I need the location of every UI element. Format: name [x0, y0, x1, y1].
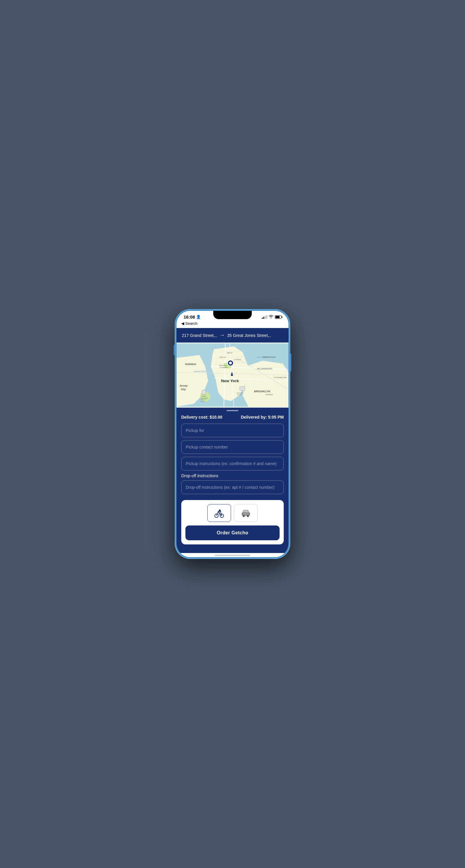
svg-text:Liberty: Liberty	[202, 396, 206, 397]
svg-point-46	[219, 509, 221, 511]
svg-text:14TH ST: 14TH ST	[220, 356, 226, 358]
dropoff-instructions-input[interactable]	[181, 480, 284, 494]
svg-text:WILLIAMSBURG: WILLIAMSBURG	[257, 368, 272, 370]
transport-options	[185, 504, 280, 522]
status-time: 16:08	[184, 314, 195, 319]
delivery-cost: Delivery cost: $10.00	[181, 415, 223, 420]
svg-text:Hudson River: Hudson River	[194, 370, 206, 372]
svg-rect-49	[249, 513, 250, 515]
person-icon: 👤	[196, 315, 201, 319]
home-bar	[215, 555, 250, 556]
svg-text:SQUARE PARK: SQUARE PARK	[220, 367, 228, 368]
svg-text:Jersey: Jersey	[179, 384, 188, 387]
route-destination: 35 Great Jones Street,..	[227, 333, 271, 338]
svg-text:E 14TH ST: E 14TH ST	[234, 359, 241, 361]
svg-text:BROOKLYN: BROOKLYN	[254, 390, 270, 393]
map-view[interactable]: Hudson River East River Hoboken Jersey C…	[176, 343, 289, 408]
pickup-contact-input[interactable]	[181, 440, 284, 454]
signal-icon	[262, 315, 267, 319]
delivery-info: Delivery cost: $10.00 Delivered by: 5:05…	[181, 415, 284, 420]
svg-rect-33	[240, 386, 245, 391]
svg-text:Hoboken: Hoboken	[185, 363, 196, 366]
route-origin: 217 Grand Street,..	[182, 333, 217, 338]
svg-text:FLUSHING AVE: FLUSHING AVE	[274, 377, 287, 378]
svg-rect-48	[242, 513, 243, 515]
delivery-time: Delivered by: 5:05 PM	[241, 415, 284, 420]
phone-screen: 16:08 👤 ◀ S	[176, 311, 289, 557]
pickup-instructions-input[interactable]	[181, 457, 284, 470]
wifi-icon	[269, 315, 273, 319]
route-banner: 217 Grand Street,.. → 35 Great Jones Str…	[176, 328, 289, 343]
route-arrow: →	[220, 332, 225, 338]
car-transport-button[interactable]	[234, 504, 258, 522]
svg-text:FLATBUSH: FLATBUSH	[265, 394, 273, 396]
transport-card: Order Getcho	[181, 500, 284, 545]
svg-text:New York: New York	[221, 379, 239, 383]
notch	[213, 311, 252, 319]
svg-rect-52	[244, 511, 248, 512]
bike-transport-button[interactable]	[207, 504, 231, 522]
battery-icon	[275, 315, 281, 319]
status-left: 16:08 👤	[184, 314, 201, 319]
dropoff-label: Drop-off instructions	[181, 473, 284, 478]
svg-text:23RD ST: 23RD ST	[227, 352, 233, 354]
svg-point-37	[229, 362, 232, 365]
phone-frame: 16:08 👤 ◀ S	[175, 309, 290, 559]
drag-handle[interactable]	[227, 410, 238, 411]
svg-text:WASHINGTON: WASHINGTON	[219, 365, 227, 366]
svg-text:City: City	[181, 388, 186, 391]
svg-text:STATUE OF: STATUE OF	[200, 399, 206, 401]
svg-point-51	[247, 515, 249, 517]
svg-text:BRIDGE: BRIDGE	[237, 394, 242, 396]
pickup-for-input[interactable]	[181, 424, 284, 437]
bottom-sheet: Delivery cost: $10.00 Delivered by: 5:05…	[176, 408, 289, 553]
route-text: 217 Grand Street,.. → 35 Great Jones Str…	[182, 332, 283, 338]
svg-text:GREENPOINT: GREENPOINT	[263, 356, 276, 358]
svg-text:BROOKLYN: BROOKLYN	[237, 392, 243, 394]
svg-text:LIBERTY: LIBERTY	[201, 401, 205, 402]
search-back-button[interactable]: ◀ Search	[181, 321, 198, 326]
svg-point-27	[201, 390, 206, 395]
search-bar[interactable]: ◀ Search	[176, 321, 289, 328]
order-getcho-button[interactable]: Order Getcho	[185, 525, 280, 540]
svg-point-50	[243, 515, 245, 517]
home-indicator	[176, 553, 289, 557]
status-right	[262, 315, 281, 319]
